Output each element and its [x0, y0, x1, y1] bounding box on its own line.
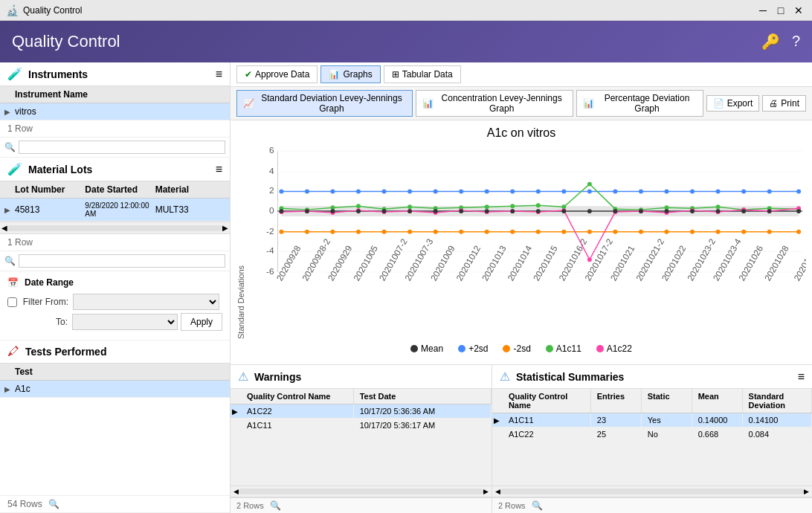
plus2sd-label: +2sd	[468, 343, 488, 354]
material-lots-search-input[interactable]	[19, 254, 225, 268]
svg-point-116	[613, 209, 617, 213]
warnings-row-1[interactable]: A1C11 10/17/20 5:36:17 AM	[231, 419, 492, 433]
svg-point-24	[407, 204, 412, 209]
a1c11-label: A1c11	[556, 343, 581, 354]
svg-point-76	[665, 190, 669, 194]
export-button[interactable]: 📄 Export	[706, 95, 760, 112]
material-lots-icon: 🧪	[7, 162, 22, 176]
warnings-scroll-left[interactable]: ◀	[233, 488, 239, 495]
warnings-table-header: Quality Control Name Test Date	[231, 389, 492, 404]
svg-text:20201021: 20201021	[608, 244, 637, 283]
std-dev-label: Standard Deviation Levey-Jennings Graph	[257, 93, 406, 114]
instruments-row-count: 1 Row	[0, 120, 230, 138]
warnings-search-icon[interactable]: 🔍	[270, 500, 281, 511]
scroll-right-button[interactable]: ▶	[222, 224, 228, 232]
svg-point-79	[741, 190, 746, 194]
std-dev-tab[interactable]: 📈 Standard Deviation Levey-Jennings Grap…	[236, 90, 413, 117]
approve-data-button[interactable]: ✔ Approve Data	[236, 65, 318, 83]
svg-text:4: 4	[269, 166, 274, 176]
material-lots-menu-button[interactable]: ≡	[216, 163, 222, 176]
mean-dot	[410, 345, 418, 352]
print-button[interactable]: 🖨 Print	[762, 95, 806, 112]
svg-point-27	[485, 204, 489, 209]
instruments-menu-button[interactable]: ≡	[216, 68, 222, 81]
stats-mean-0: 0.14000	[692, 413, 743, 427]
svg-text:20201026: 20201026	[737, 243, 766, 283]
stats-scrollbar: ◀ ▶	[492, 485, 812, 497]
stats-row-1[interactable]: A1C22 25 No 0.668 0.084	[492, 428, 812, 442]
tests-search-icon[interactable]: 🔍	[48, 499, 59, 509]
svg-text:20201030: 20201030	[792, 243, 806, 283]
svg-text:20201022: 20201022	[660, 244, 688, 283]
pct-dev-label: Percentage Deviation Graph	[597, 93, 696, 114]
maximize-button[interactable]: □	[773, 3, 788, 18]
svg-text:20200928: 20200928	[274, 243, 303, 283]
warnings-panel: ⚠ Warnings Quality Control Name Test Dat…	[231, 365, 492, 513]
svg-point-112	[510, 209, 515, 213]
stats-col-qcname: Quality Control Name	[503, 389, 591, 413]
user-icon[interactable]: 🔑	[761, 33, 780, 51]
svg-point-101	[767, 230, 772, 234]
tests-section-header: 🖍 Tests Performed	[0, 341, 230, 364]
minimize-button[interactable]: ─	[755, 3, 770, 18]
material-lots-title: Material Lots	[28, 164, 216, 175]
date-range-header: 📅 Date Range	[7, 277, 222, 288]
filter-from-row: Filter From:	[7, 294, 222, 310]
stats-search-icon[interactable]: 🔍	[532, 500, 543, 511]
pct-dev-tab[interactable]: 📊 Percentage Deviation Graph	[576, 90, 703, 117]
col-test: Test	[15, 367, 225, 377]
close-button[interactable]: ✕	[791, 3, 806, 18]
svg-point-69	[485, 190, 489, 194]
to-select[interactable]	[72, 314, 178, 330]
table-icon: ⊞	[392, 69, 399, 80]
svg-point-68	[459, 190, 463, 194]
conc-tab[interactable]: 📊 Concentration Levey-Jennings Graph	[416, 90, 574, 117]
svg-point-114	[561, 209, 566, 213]
stats-scroll-left[interactable]: ◀	[495, 488, 500, 495]
material-lot-row[interactable]: ▶ 45813 9/28/2020 12:00:00 AM MULT33	[0, 199, 230, 222]
left-panel: 🧪 Instruments ≡ Instrument Name ▶ vitros…	[0, 62, 231, 513]
svg-point-64	[356, 190, 361, 194]
tests-icon: 🖍	[7, 345, 19, 358]
stats-qcname-1: A1C22	[503, 428, 591, 441]
stats-scroll-right[interactable]: ▶	[804, 488, 809, 495]
stats-row-0[interactable]: ▶ A1C11 23 Yes 0.14000 0.14100	[492, 413, 812, 428]
svg-point-95	[613, 230, 617, 234]
svg-point-98	[690, 230, 695, 234]
chart-legend: Mean +2sd -2sd A1c11 A1c22	[236, 339, 806, 358]
stats-menu-button[interactable]: ≡	[798, 370, 805, 384]
svg-point-61	[279, 190, 283, 194]
svg-point-81	[796, 190, 801, 194]
warning-testdate-1: 10/17/20 5:36:17 AM	[354, 419, 492, 432]
help-icon[interactable]: ?	[792, 33, 800, 51]
app-title: Quality Control	[12, 32, 120, 51]
tabular-data-button[interactable]: ⊞ Tabular Data	[384, 65, 461, 83]
filter-from-checkbox[interactable]	[7, 297, 17, 307]
stats-icon: ⚠	[500, 370, 510, 384]
test-row[interactable]: ▶ A1c	[0, 381, 230, 398]
warnings-scroll-right[interactable]: ▶	[483, 488, 489, 495]
stats-table: Quality Control Name Entries Static Mean…	[492, 389, 812, 485]
instruments-search-input[interactable]	[19, 141, 225, 154]
to-row: To: Apply	[7, 313, 222, 331]
scroll-left-button[interactable]: ◀	[1, 224, 7, 232]
instruments-row[interactable]: ▶ vitros	[0, 103, 230, 120]
filter-from-select[interactable]	[73, 294, 219, 310]
legend-plus2sd: +2sd	[458, 343, 488, 354]
y-axis-label: Standard Deviations	[236, 143, 245, 339]
chart-area: A1c on vitros Standard Deviations	[231, 120, 812, 364]
stats-panel: ⚠ Statistical Summaries ≡ Quality Contro…	[492, 365, 812, 513]
graphs-button[interactable]: 📊 Graphs	[320, 65, 380, 83]
warnings-row-0[interactable]: ▶ A1C22 10/17/20 5:36:36 AM	[231, 404, 492, 419]
warnings-scrollbar: ◀ ▶	[231, 485, 492, 497]
instruments-search-box: 🔍	[0, 138, 230, 158]
right-panel: ✔ Approve Data 📊 Graphs ⊞ Tabular Data 📈…	[231, 62, 812, 513]
svg-text:20201013: 20201013	[480, 243, 509, 283]
apply-button[interactable]: Apply	[181, 313, 222, 331]
title-bar: 🔬 Quality Control ─ □ ✕	[0, 0, 812, 21]
stats-col-stddev: Standard Deviation	[743, 389, 812, 413]
svg-point-82	[279, 230, 283, 234]
svg-point-100	[741, 230, 746, 234]
material-lots-section-header: 🧪 Material Lots ≡	[0, 158, 230, 181]
instruments-grid-header: Instrument Name	[0, 86, 230, 103]
